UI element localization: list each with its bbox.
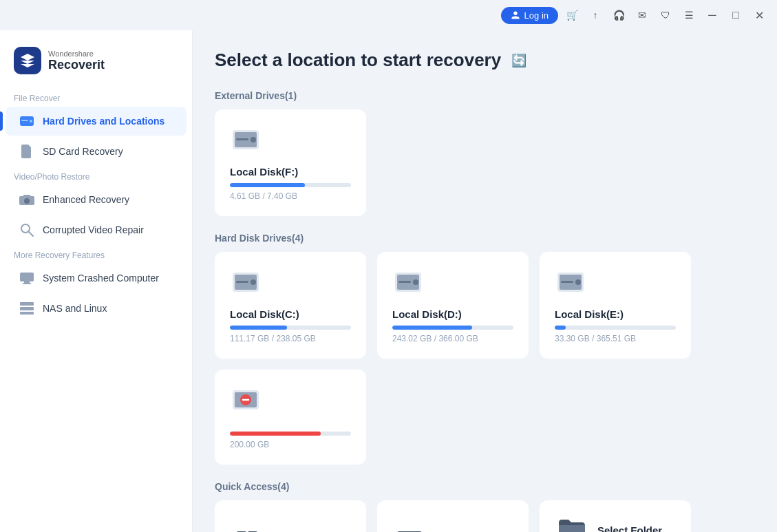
login-button[interactable]: Log in — [501, 7, 558, 24]
headset-icon[interactable]: 🎧 — [609, 6, 628, 25]
svg-line-6 — [29, 232, 33, 236]
refresh-button[interactable]: 🔄 — [509, 51, 529, 70]
svg-rect-20 — [236, 281, 248, 283]
main-content: Select a location to start recovery 🔄 Ex… — [193, 30, 777, 532]
quick-card-desktop[interactable]: Desktop — [377, 500, 529, 532]
section-label-more: More Recovery Features — [0, 245, 192, 263]
svg-point-19 — [251, 279, 256, 285]
external-drives-grid: Local Disk(F:) 4.61 GB / 7.40 GB — [215, 109, 755, 216]
drive-f-icon — [230, 125, 262, 159]
drive-c-name: Local Disk(C:) — [230, 308, 299, 320]
logo-brand: Wondershare — [48, 50, 105, 58]
drive-card-f[interactable]: Local Disk(F:) 4.61 GB / 7.40 GB — [215, 109, 366, 216]
quick-access-title: Quick Access(4) — [215, 481, 755, 492]
drive-d-progress-fill — [392, 326, 472, 330]
mail-icon[interactable]: ✉ — [632, 6, 652, 25]
logo-name: Recoverit — [48, 58, 105, 72]
logo-area: Wondershare Recoverit — [0, 41, 192, 88]
external-drives-section: External Drives(1) Local Disk(F:) — [215, 90, 755, 216]
section-label-video: Video/Photo Restore — [0, 167, 192, 184]
app-body: Wondershare Recoverit File Recover Hard … — [0, 30, 777, 532]
drive-f-progress-bar — [230, 183, 351, 187]
sidebar-item-system-crashed[interactable]: System Crashed Computer — [6, 264, 187, 292]
section-label-file-recover: File Recover — [0, 88, 192, 106]
hdd-icon — [19, 114, 34, 129]
drive-f-name: Local Disk(F:) — [230, 166, 298, 178]
svg-rect-7 — [20, 273, 34, 281]
drive-e-progress-bar — [555, 326, 676, 330]
svg-point-5 — [21, 224, 30, 233]
disk-image-icon — [233, 529, 262, 532]
quick-card-disk-image[interactable]: Disk Image — [215, 500, 366, 532]
drive-card-d[interactable]: Local Disk(D:) 243.02 GB / 366.00 GB — [377, 252, 529, 359]
sidebar-item-label-sd-card: SD Card Recovery — [43, 146, 123, 157]
drive-d-icon — [392, 267, 424, 301]
drive-card-e[interactable]: Local Disk(E:) 33.30 GB / 365.51 GB — [540, 252, 691, 359]
drive-card-f-inner: Local Disk(F:) 4.61 GB / 7.40 GB — [230, 125, 351, 201]
camera-icon — [19, 192, 34, 207]
close-button[interactable]: ✕ — [749, 6, 769, 25]
sidebar-item-label-corrupted: Corrupted Video Repair — [43, 224, 144, 235]
svg-rect-10 — [20, 302, 34, 306]
quick-card-select-folder[interactable]: Select Folder ℹ Can't detect your hard d… — [540, 500, 691, 532]
drive-error-progress-bar — [230, 432, 351, 436]
drive-c-progress-bar — [230, 326, 351, 330]
logo-text: Wondershare Recoverit — [48, 50, 105, 72]
drive-e-icon — [555, 267, 586, 301]
sidebar-item-corrupted[interactable]: Corrupted Video Repair — [6, 215, 187, 244]
svg-rect-2 — [21, 120, 28, 121]
sidebar: Wondershare Recoverit File Recover Hard … — [0, 30, 193, 532]
svg-rect-24 — [398, 281, 411, 283]
drive-card-c[interactable]: Local Disk(C:) 111.17 GB / 238.05 GB — [215, 252, 366, 359]
sidebar-item-hard-drives[interactable]: Hard Drives and Locations — [6, 107, 187, 136]
sidebar-item-label-nas: NAS and Linux — [43, 303, 107, 314]
sidebar-item-nas[interactable]: NAS and Linux — [6, 294, 187, 323]
desktop-icon — [395, 529, 424, 532]
svg-rect-8 — [24, 281, 30, 283]
svg-point-15 — [251, 137, 256, 142]
maximize-button[interactable]: □ — [726, 6, 745, 25]
logo-icon — [14, 47, 41, 74]
sidebar-item-label-hard-drives: Hard Drives and Locations — [43, 116, 164, 127]
drive-e-name: Local Disk(E:) — [555, 308, 624, 320]
svg-rect-11 — [20, 307, 34, 310]
quick-card-select-folder-label: Select Folder — [597, 524, 662, 533]
svg-rect-12 — [20, 312, 34, 315]
minimize-button[interactable]: ─ — [703, 6, 722, 25]
drive-error-icon — [230, 385, 262, 419]
drive-error-size: 200.00 GB — [230, 440, 269, 449]
svg-point-27 — [575, 279, 581, 285]
hard-disk-title: Hard Disk Drives(4) — [215, 233, 755, 244]
titlebar-actions: Log in 🛒 ↑ 🎧 ✉ 🛡 ☰ ─ □ ✕ — [501, 6, 769, 25]
external-drives-title: External Drives(1) — [215, 90, 755, 101]
drive-e-progress-fill — [555, 326, 566, 330]
svg-point-4 — [24, 198, 30, 204]
sidebar-item-sd-card[interactable]: SD Card Recovery — [6, 137, 187, 166]
svg-point-23 — [413, 279, 418, 285]
drive-f-size: 4.61 GB / 7.40 GB — [230, 191, 297, 201]
drive-error-progress-fill — [230, 432, 321, 436]
svg-rect-16 — [236, 138, 248, 140]
page-header: Select a location to start recovery 🔄 — [215, 50, 755, 71]
drive-c-icon — [230, 267, 262, 301]
list-icon[interactable]: ☰ — [679, 6, 699, 25]
sidebar-item-enhanced[interactable]: Enhanced Recovery — [6, 185, 187, 214]
shield-icon[interactable]: 🛡 — [656, 6, 675, 25]
upload-icon[interactable]: ↑ — [586, 6, 605, 25]
nas-icon — [19, 301, 34, 316]
quick-access-section: Quick Access(4) Disk Image — [215, 481, 755, 532]
sd-card-icon — [19, 144, 34, 159]
drive-card-error[interactable]: 200.00 GB — [215, 370, 366, 465]
cart-icon[interactable]: 🛒 — [562, 6, 582, 25]
drive-d-progress-bar — [392, 326, 513, 330]
sidebar-item-label-enhanced: Enhanced Recovery — [43, 194, 129, 205]
drive-d-size: 243.02 GB / 366.00 GB — [392, 334, 478, 343]
drive-d-name: Local Disk(D:) — [392, 308, 462, 320]
drive-c-size: 111.17 GB / 238.05 GB — [230, 334, 316, 343]
drive-f-progress-fill — [230, 183, 305, 187]
magnify-icon — [19, 222, 34, 237]
titlebar: Log in 🛒 ↑ 🎧 ✉ 🛡 ☰ ─ □ ✕ — [0, 0, 777, 30]
page-title: Select a location to start recovery — [215, 50, 501, 71]
quick-access-grid: Disk Image Desktop — [215, 500, 755, 532]
svg-rect-9 — [23, 283, 31, 284]
